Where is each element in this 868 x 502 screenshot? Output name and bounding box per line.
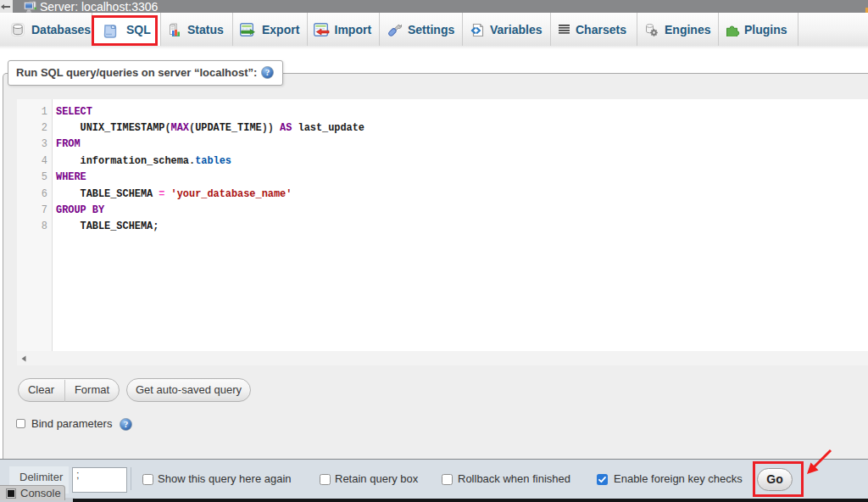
svg-text:?: ?	[265, 68, 270, 77]
svg-text:?: ?	[124, 420, 128, 429]
